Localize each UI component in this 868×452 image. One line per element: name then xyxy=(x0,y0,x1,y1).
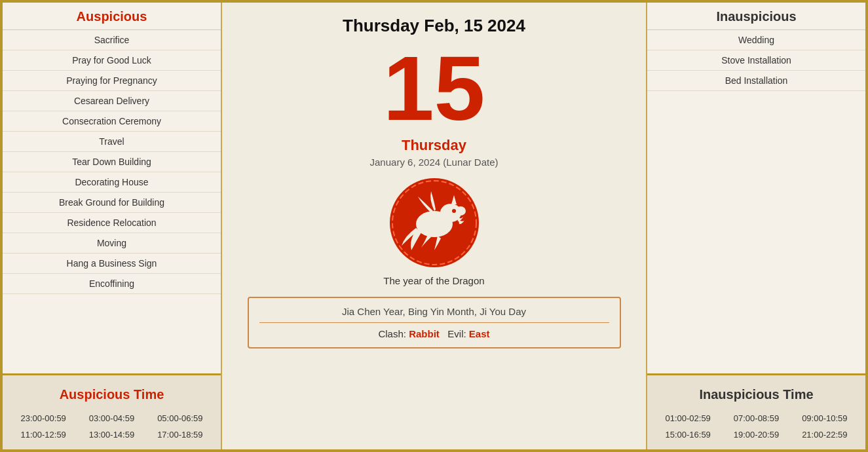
inauspicious-time-grid: 01:00-02:59 07:00-08:59 09:00-10:59 15:0… xyxy=(647,409,865,444)
svg-point-4 xyxy=(455,206,466,216)
list-item: Break Ground for Building xyxy=(3,193,221,213)
day-name: Thursday xyxy=(402,137,466,154)
list-item: Moving xyxy=(3,233,221,254)
evil-label: Evil: xyxy=(447,328,466,339)
inauspicious-header: Inauspicious xyxy=(647,3,865,30)
dragon-icon xyxy=(388,177,480,269)
main-date-title: Thursday Feb, 15 2024 xyxy=(343,16,525,36)
time-cell: 21:00-22:59 xyxy=(791,428,859,442)
list-item: Sacrifice xyxy=(3,30,221,50)
time-cell: 03:00-04:59 xyxy=(77,411,145,425)
left-panel: Auspicious Sacrifice Pray for Good Luck … xyxy=(3,3,222,449)
right-panel: Inauspicious Wedding Stove Installation … xyxy=(646,3,865,449)
center-panel: Thursday Feb, 15 2024 15 Thursday Januar… xyxy=(222,3,646,449)
list-item: Wedding xyxy=(647,30,865,50)
time-cell: 15:00-16:59 xyxy=(654,428,722,442)
list-item: Residence Relocation xyxy=(3,213,221,233)
inauspicious-time-section: Inauspicious Time 01:00-02:59 07:00-08:5… xyxy=(647,375,865,449)
list-item: Hang a Business Sign xyxy=(3,254,221,274)
list-item: Decorating House xyxy=(3,172,221,193)
list-item: Cesarean Delivery xyxy=(3,91,221,111)
inauspicious-time-header: Inauspicious Time xyxy=(647,382,865,409)
time-cell: 19:00-20:59 xyxy=(722,428,790,442)
time-cell: 09:00-10:59 xyxy=(791,411,859,425)
auspicious-header: Auspicious xyxy=(3,3,221,30)
evil-value: East xyxy=(469,328,490,339)
list-item: Tear Down Building xyxy=(3,152,221,172)
auspicious-time-section: Auspicious Time 23:00-00:59 03:00-04:59 … xyxy=(3,375,221,449)
time-cell: 11:00-12:59 xyxy=(9,428,77,442)
info-line-1: Jia Chen Year, Bing Yin Month, Ji You Da… xyxy=(259,306,609,323)
svg-point-6 xyxy=(452,209,456,213)
list-item: Pray for Good Luck xyxy=(3,50,221,71)
list-item: Encoffining xyxy=(3,274,221,294)
year-label: The year of the Dragon xyxy=(383,275,484,286)
auspicious-time-header: Auspicious Time xyxy=(3,382,221,409)
day-number: 15 xyxy=(383,43,485,134)
time-cell: 23:00-00:59 xyxy=(9,411,77,425)
list-item: Consecration Ceremony xyxy=(3,111,221,132)
time-cell: 01:00-02:59 xyxy=(654,411,722,425)
time-cell: 07:00-08:59 xyxy=(722,411,790,425)
auspicious-time-grid: 23:00-00:59 03:00-04:59 05:00-06:59 11:0… xyxy=(3,409,221,444)
list-item: Praying for Pregnancy xyxy=(3,71,221,91)
list-item: Travel xyxy=(3,132,221,152)
list-item: Stove Installation xyxy=(647,50,865,71)
time-cell: 05:00-06:59 xyxy=(146,411,214,425)
info-box: Jia Chen Year, Bing Yin Month, Ji You Da… xyxy=(248,297,621,348)
time-cell: 17:00-18:59 xyxy=(146,428,214,442)
list-item: Bed Installation xyxy=(647,71,865,91)
lunar-label: (Lunar Date) xyxy=(443,157,498,168)
auspicious-list: Auspicious Sacrifice Pray for Good Luck … xyxy=(3,3,221,375)
lunar-date: January 6, 2024 (Lunar Date) xyxy=(370,157,499,168)
clash-label: Clash: xyxy=(378,328,406,339)
inauspicious-list: Inauspicious Wedding Stove Installation … xyxy=(647,3,865,375)
clash-value: Rabbit xyxy=(409,328,440,339)
info-line-2: Clash: Rabbit Evil: East xyxy=(259,328,609,339)
time-cell: 13:00-14:59 xyxy=(77,428,145,442)
lunar-date-text: January 6, 2024 xyxy=(370,157,441,168)
